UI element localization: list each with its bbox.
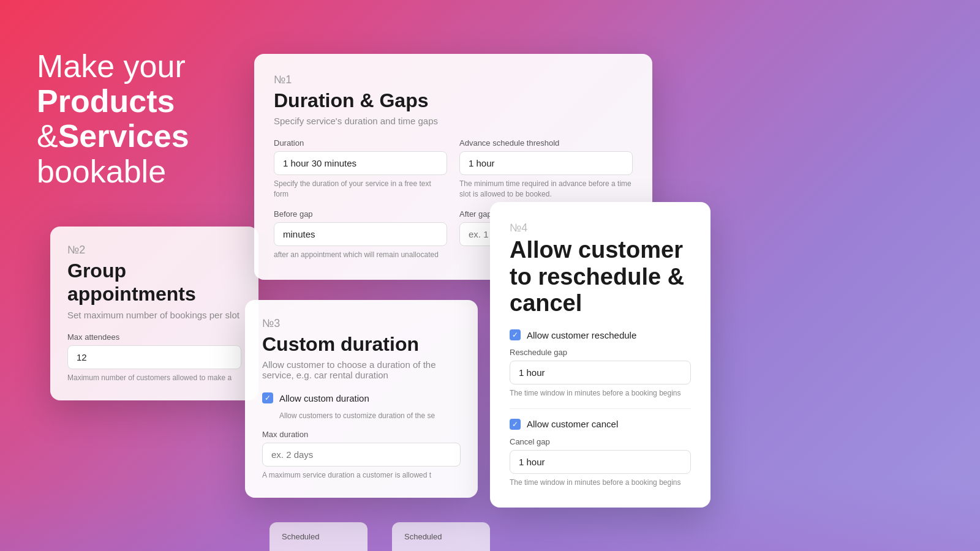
cancel-check-label: Allow customer cancel: [527, 419, 618, 429]
card3-num: №3: [262, 317, 461, 330]
before-gap-group: Before gap after an appointment which wi…: [274, 209, 447, 260]
advance-input[interactable]: [459, 151, 633, 175]
card4-num: №4: [510, 222, 691, 234]
max-duration-hint: A maximum service duration a customer is…: [262, 470, 461, 481]
duration-hint: Specify the duration of your service in …: [274, 179, 447, 200]
custom-duration-hint: Allow customers to customize duration of…: [262, 411, 461, 421]
card1-subtitle: Specify service's duration and time gaps: [274, 116, 633, 126]
cancel-checkbox[interactable]: [510, 419, 521, 430]
card1-title: Duration & Gaps: [274, 89, 633, 112]
card2-subtitle: Set maximum number of bookings per slot: [67, 310, 241, 320]
hero-section: Make your Products &Services bookable: [37, 49, 189, 189]
mini-bottom1-label: Scheduled: [282, 532, 319, 541]
cancel-gap-hint: The time window in minutes before a book…: [510, 478, 691, 488]
card2-num: №2: [67, 244, 241, 257]
card-reschedule-cancel: №4 Allow customer to reschedule & cancel…: [490, 202, 710, 508]
card-custom-duration: №3 Custom duration Allow customer to cho…: [245, 300, 478, 498]
mini-bottom2-label: Scheduled: [404, 532, 442, 541]
custom-duration-check-row: Allow custom duration: [262, 392, 461, 403]
card1-num: №1: [274, 73, 633, 86]
reschedule-check-row: Allow customer reschedule: [510, 329, 691, 340]
advance-group: Advance schedule threshold The minimum t…: [459, 138, 633, 200]
reschedule-check-label: Allow customer reschedule: [527, 330, 636, 340]
advance-hint: The minimum time required in advance bef…: [459, 179, 633, 200]
card3-title: Custom duration: [262, 332, 461, 356]
duration-label: Duration: [274, 138, 447, 148]
max-attendees-hint: Maximum number of customers allowed to m…: [67, 373, 241, 383]
advance-label: Advance schedule threshold: [459, 138, 633, 148]
custom-duration-check-label: Allow custom duration: [279, 393, 369, 403]
reschedule-gap-label: Reschedule gap: [510, 348, 691, 357]
max-attendees-group: Max attendees Maximum number of customer…: [67, 332, 241, 383]
custom-duration-checkbox[interactable]: [262, 392, 273, 403]
divider1: [510, 408, 691, 409]
before-gap-hint: after an appointment which will remain u…: [274, 250, 447, 260]
card4-title: Allow customer to reschedule & cancel: [510, 237, 691, 317]
card3-subtitle: Allow customer to choose a duration of t…: [262, 359, 461, 380]
max-duration-input[interactable]: [262, 443, 461, 467]
max-attendees-label: Max attendees: [67, 332, 241, 342]
hero-line4: bookable: [37, 154, 189, 189]
before-gap-input[interactable]: [274, 222, 447, 246]
hero-line2: Products: [37, 84, 189, 119]
duration-input[interactable]: [274, 151, 447, 175]
reschedule-checkbox[interactable]: [510, 329, 521, 340]
hero-line1: Make your: [37, 49, 189, 84]
mini-card-bottom1: Scheduled: [270, 522, 368, 551]
before-gap-label: Before gap: [274, 209, 447, 219]
reschedule-gap-input[interactable]: [510, 361, 691, 384]
reschedule-gap-group: Reschedule gap The time window in minute…: [510, 348, 691, 399]
card2-title: Group appointments: [67, 259, 241, 306]
card-group-appointments: №2 Group appointments Set maximum number…: [50, 227, 258, 400]
cancel-gap-input[interactable]: [510, 450, 691, 474]
mini-card-bottom2: Scheduled: [392, 522, 490, 551]
max-duration-group: Max duration A maximum service duration …: [262, 430, 461, 481]
card4-header: №4 Allow customer to reschedule & cancel: [510, 222, 691, 317]
cancel-gap-label: Cancel gap: [510, 437, 691, 446]
cancel-check-row: Allow customer cancel: [510, 419, 691, 430]
duration-group: Duration Specify the duration of your se…: [274, 138, 447, 200]
reschedule-gap-hint: The time window in minutes before a book…: [510, 388, 691, 399]
hero-line3: &Services: [37, 119, 189, 154]
max-attendees-input[interactable]: [67, 345, 241, 369]
cancel-gap-group: Cancel gap The time window in minutes be…: [510, 437, 691, 488]
max-duration-label: Max duration: [262, 430, 461, 439]
